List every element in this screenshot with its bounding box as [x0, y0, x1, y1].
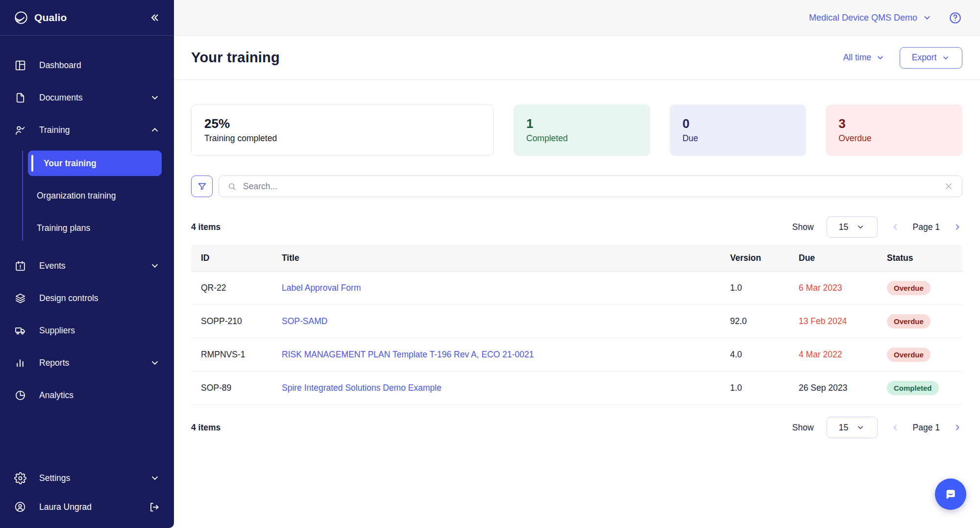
training-submenu: Your training Organization training Trai… [22, 151, 162, 241]
next-page-button[interactable] [953, 222, 962, 232]
show-label: Show [792, 222, 814, 232]
stat-value: 3 [838, 115, 950, 132]
chat-bubble-icon [943, 486, 958, 502]
sidebar-item-design-controls[interactable]: Design controls [7, 286, 167, 310]
sidebar-item-reports[interactable]: Reports [7, 351, 167, 375]
stats-row: 25% Training completed 1 Completed 0 Due… [191, 104, 962, 156]
workspace-switcher[interactable]: Medical Device QMS Demo [809, 13, 932, 23]
chevron-down-icon [876, 53, 885, 62]
stat-value: 0 [683, 115, 794, 132]
layers-icon [14, 292, 26, 304]
page-indicator: Page 1 [913, 222, 940, 232]
document-link[interactable]: Spire Integrated Solutions Demo Example [282, 383, 441, 393]
show-label: Show [792, 423, 814, 433]
pie-chart-icon [14, 389, 26, 402]
qualio-logo: Qualio [14, 10, 67, 25]
sidebar-item-label: Training [39, 125, 70, 135]
cell-version: 1.0 [730, 383, 799, 393]
cell-version: 4.0 [730, 350, 799, 360]
cell-id: RMPNVS-1 [191, 350, 282, 360]
page-size-select[interactable]: 15 [827, 417, 878, 438]
help-button[interactable] [949, 11, 962, 25]
document-link[interactable]: RISK MANAGEMENT PLAN Template T-196 Rev … [282, 350, 534, 359]
main-column: Medical Device QMS Demo Your training Al… [174, 0, 980, 528]
chevron-down-icon [149, 473, 160, 483]
column-header-due: Due [799, 253, 887, 263]
sidebar-item-organization-training[interactable]: Organization training [28, 183, 162, 208]
status-badge: Overdue [887, 348, 931, 362]
page-indicator: Page 1 [913, 423, 940, 433]
sidebar-item-label: Analytics [39, 390, 74, 401]
truck-icon [14, 325, 26, 337]
table-row: SOP-89 Spire Integrated Solutions Demo E… [191, 372, 962, 405]
sidebar-item-training-plans[interactable]: Training plans [28, 215, 162, 241]
page-header: Your training All time Export [174, 36, 980, 80]
status-badge: Overdue [887, 314, 931, 328]
next-page-button[interactable] [953, 423, 962, 432]
sidebar: Qualio Dashboard [0, 0, 174, 528]
sidebar-item-events[interactable]: Events [7, 254, 167, 277]
page-size-select[interactable]: 15 [827, 216, 878, 238]
calendar-alert-icon [14, 260, 26, 272]
sidebar-collapse-button[interactable] [148, 12, 160, 24]
sidebar-nav: Dashboard Documents [0, 36, 174, 466]
page-content: Your training All time Export 25% Traini… [174, 36, 980, 528]
stat-value: 1 [526, 115, 637, 132]
pagination-top: Show 15 Page 1 [792, 216, 962, 238]
status-badge: Completed [887, 381, 939, 395]
search-input[interactable] [243, 181, 937, 192]
qualio-logo-icon [14, 10, 28, 25]
table-row: RMPNVS-1 RISK MANAGEMENT PLAN Template T… [191, 338, 962, 372]
sidebar-item-your-training[interactable]: Your training [28, 151, 162, 176]
sidebar-item-settings[interactable]: Settings [7, 466, 167, 490]
chevron-down-icon [149, 357, 160, 368]
search-row [191, 176, 962, 197]
items-count: 4 items [191, 423, 220, 433]
stat-card-completed: 1 Completed [514, 104, 650, 156]
chevron-down-icon [149, 260, 160, 271]
magnifier-icon [227, 181, 237, 192]
question-circle-icon [949, 11, 962, 25]
sidebar-item-analytics[interactable]: Analytics [7, 383, 167, 407]
sidebar-item-training[interactable]: Training [7, 118, 167, 142]
user-menu[interactable]: Laura Ungrad [7, 495, 167, 519]
clear-search-icon[interactable] [943, 181, 954, 192]
chevron-down-icon [856, 223, 865, 231]
previous-page-button[interactable] [890, 423, 900, 432]
column-header-id: ID [191, 253, 282, 263]
sidebar-bottom: Settings Laura Ungrad [0, 466, 174, 528]
export-button[interactable]: Export [900, 47, 962, 69]
column-header-version: Version [730, 253, 799, 263]
sidebar-item-dashboard[interactable]: Dashboard [7, 53, 167, 77]
sidebar-item-documents[interactable]: Documents [7, 86, 167, 109]
filter-button[interactable] [191, 176, 213, 197]
column-header-status: Status [887, 253, 962, 263]
stat-value: 25% [204, 115, 481, 132]
chat-widget-button[interactable] [935, 478, 966, 510]
sidebar-item-label: Documents [39, 93, 83, 103]
stat-label: Training completed [204, 132, 481, 145]
table-header: ID Title Version Due Status [191, 245, 962, 272]
time-filter-dropdown[interactable]: All time [843, 52, 885, 63]
sidebar-item-label: Suppliers [39, 326, 75, 336]
previous-page-button[interactable] [890, 222, 900, 232]
sidebar-item-label: Your training [44, 158, 97, 169]
list-toolbar-bottom: 4 items Show 15 Page 1 [191, 417, 962, 438]
sidebar-item-label: Organization training [37, 191, 116, 201]
gear-icon [14, 472, 26, 484]
stat-label: Overdue [838, 132, 950, 145]
search-box [219, 176, 962, 197]
sign-out-icon[interactable] [148, 501, 160, 513]
chevron-down-icon [856, 423, 865, 432]
sidebar-item-label: Design controls [39, 293, 98, 303]
sidebar-item-label: Reports [39, 358, 69, 368]
sidebar-item-suppliers[interactable]: Suppliers [7, 319, 167, 342]
topbar: Medical Device QMS Demo [174, 0, 980, 36]
document-link[interactable]: SOP-SAMD [282, 316, 327, 326]
column-header-title: Title [282, 253, 730, 263]
training-table: ID Title Version Due Status QR-22 Label … [191, 245, 962, 405]
document-link[interactable]: Label Approval Form [282, 283, 361, 293]
sidebar-item-label: Dashboard [39, 60, 81, 71]
qualio-app: Qualio Dashboard [0, 0, 980, 528]
chevron-down-icon [149, 92, 160, 103]
